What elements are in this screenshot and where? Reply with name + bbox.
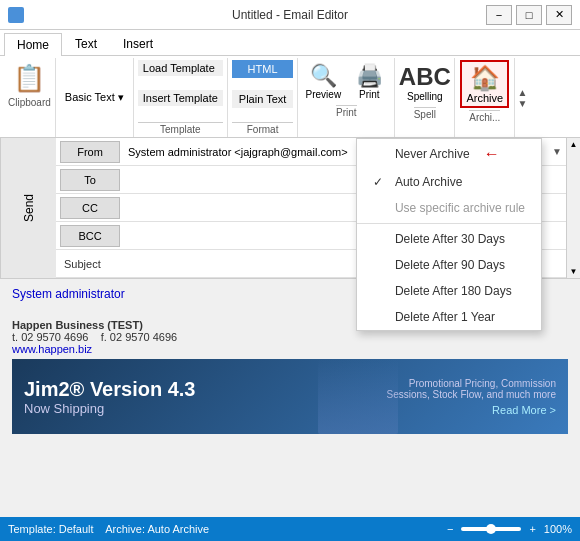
never-archive-label: Never Archive	[395, 147, 470, 161]
preview-button[interactable]: 🔍 Preview	[302, 60, 344, 103]
maximize-button[interactable]: □	[516, 5, 542, 25]
dropdown-indicator[interactable]: ▼	[552, 146, 566, 157]
print-section: 🔍 Preview 🖨️ Print Print	[298, 58, 395, 137]
format-section: HTML Plain Text Format	[228, 58, 299, 137]
delete-30-item[interactable]: Delete After 30 Days	[357, 226, 541, 252]
print-button[interactable]: 🖨️ Print	[348, 60, 390, 103]
basic-text-button[interactable]: Basic Text ▾	[60, 88, 129, 107]
minimize-button[interactable]: −	[486, 5, 512, 25]
print-label: Print	[336, 105, 357, 118]
banner-right-side: Promotional Pricing, Commission Sessions…	[376, 378, 556, 416]
zoom-thumb	[486, 524, 496, 534]
compose-scrollbar[interactable]: ▲ ▼	[566, 138, 580, 278]
spell-label: Spell	[414, 107, 436, 120]
cc-button[interactable]: CC	[60, 197, 120, 219]
status-left: Template: Default Archive: Auto Archive	[8, 523, 209, 535]
delete-30-label: Delete After 30 Days	[395, 232, 505, 246]
format-label: Format	[232, 122, 294, 135]
to-button[interactable]: To	[60, 169, 120, 191]
ribbon-scroll: ▲ ▼	[515, 58, 529, 137]
spelling-icon: ABC	[399, 63, 451, 91]
people-decoration	[318, 359, 398, 434]
print-icons: 🔍 Preview 🖨️ Print	[302, 60, 390, 103]
zoom-level: 100%	[544, 523, 572, 535]
auto-archive-item[interactable]: ✓ Auto Archive	[357, 169, 541, 195]
archive-section: 🏠 Archive Archi...	[455, 58, 515, 137]
status-right: − + 100%	[447, 523, 572, 535]
title-bar-left	[8, 7, 24, 23]
spell-section: ABC Spelling Spell	[395, 58, 455, 137]
preview-icon: 🔍	[310, 63, 337, 89]
sender-link[interactable]: System administrator	[12, 287, 125, 301]
delete-180-label: Delete After 180 Days	[395, 284, 512, 298]
delete-1year-item[interactable]: Delete After 1 Year	[357, 304, 541, 330]
scroll-down-arrow[interactable]: ▼	[517, 98, 527, 109]
zoom-minus[interactable]: −	[447, 523, 453, 535]
clipboard-button[interactable]: 📋	[8, 60, 50, 97]
archive-dropdown: Never Archive ← ✓ Auto Archive Use speci…	[356, 138, 542, 331]
never-archive-item[interactable]: Never Archive ←	[357, 139, 541, 169]
banner: Jim2® Version 4.3 Now Shipping Promotion…	[12, 359, 568, 434]
auto-archive-check: ✓	[373, 175, 389, 189]
zoom-slider[interactable]	[461, 527, 521, 531]
delete-90-label: Delete After 90 Days	[395, 258, 505, 272]
send-button[interactable]: Send	[0, 138, 56, 278]
ribbon: 📋 Clipboard Basic Text ▾ Load Template I…	[0, 56, 580, 138]
window-controls: − □ ✕	[486, 5, 572, 25]
template-status: Template: Default	[8, 523, 94, 535]
banner-subheading: Now Shipping	[24, 401, 196, 416]
website-link[interactable]: www.happen.biz	[12, 343, 92, 355]
archive-button-label: Archive	[466, 92, 503, 104]
archive-icon: 🏠	[470, 64, 500, 92]
insert-template-button[interactable]: Insert Template	[138, 90, 223, 106]
scroll-down[interactable]: ▼	[570, 267, 578, 276]
phone: t. 02 9570 4696	[12, 331, 88, 343]
app-icon	[8, 7, 24, 23]
close-button[interactable]: ✕	[546, 5, 572, 25]
clipboard-section: 📋 Clipboard	[4, 58, 56, 137]
banner-promo: Promotional Pricing, Commission Sessions…	[376, 378, 556, 400]
delete-90-item[interactable]: Delete After 90 Days	[357, 252, 541, 278]
status-bar: Template: Default Archive: Auto Archive …	[0, 517, 580, 541]
archive-label: Archi...	[469, 110, 500, 123]
delete-180-item[interactable]: Delete After 180 Days	[357, 278, 541, 304]
subject-label: Subject	[56, 258, 116, 270]
fax: f. 02 9570 4696	[101, 331, 177, 343]
banner-text: Jim2® Version 4.3 Now Shipping	[24, 378, 196, 416]
basic-text-section: Basic Text ▾	[56, 58, 134, 137]
ribbon-tabs: Home Text Insert	[0, 30, 580, 56]
from-button[interactable]: From	[60, 141, 120, 163]
arrow-indicator: ←	[484, 145, 500, 163]
print-icon: 🖨️	[356, 63, 383, 89]
html-format-button[interactable]: HTML	[232, 60, 294, 78]
clipboard-icon: 📋	[13, 63, 45, 94]
zoom-plus[interactable]: +	[529, 523, 535, 535]
plain-text-button[interactable]: Plain Text	[232, 90, 294, 108]
archive-status: Archive: Auto Archive	[105, 523, 209, 535]
template-label: Template	[138, 122, 223, 135]
spelling-button[interactable]: ABC Spelling	[404, 60, 446, 105]
bcc-button[interactable]: BCC	[60, 225, 120, 247]
use-specific-label: Use specific archive rule	[395, 201, 525, 215]
dropdown-separator	[357, 223, 541, 224]
tab-text[interactable]: Text	[62, 32, 110, 55]
delete-1year-label: Delete After 1 Year	[395, 310, 495, 324]
auto-archive-label: Auto Archive	[395, 175, 462, 189]
clipboard-label: Clipboard	[8, 97, 51, 108]
company-name: Happen Business (TEST)	[12, 319, 143, 331]
scroll-up-arrow[interactable]: ▲	[517, 87, 527, 98]
banner-heading: Jim2® Version 4.3	[24, 378, 196, 401]
load-template-button[interactable]: Load Template	[138, 60, 223, 76]
tab-insert[interactable]: Insert	[110, 32, 166, 55]
tab-home[interactable]: Home	[4, 33, 62, 56]
read-more-link[interactable]: Read More >	[492, 404, 556, 416]
use-specific-item: Use specific archive rule	[357, 195, 541, 221]
title-bar: Untitled - Email Editor − □ ✕	[0, 0, 580, 30]
phone-fax: t. 02 9570 4696 f. 02 9570 4696	[12, 331, 177, 343]
scroll-up[interactable]: ▲	[570, 140, 578, 149]
template-section: Load Template Insert Template Template	[134, 58, 228, 137]
archive-button[interactable]: 🏠 Archive	[460, 60, 509, 108]
